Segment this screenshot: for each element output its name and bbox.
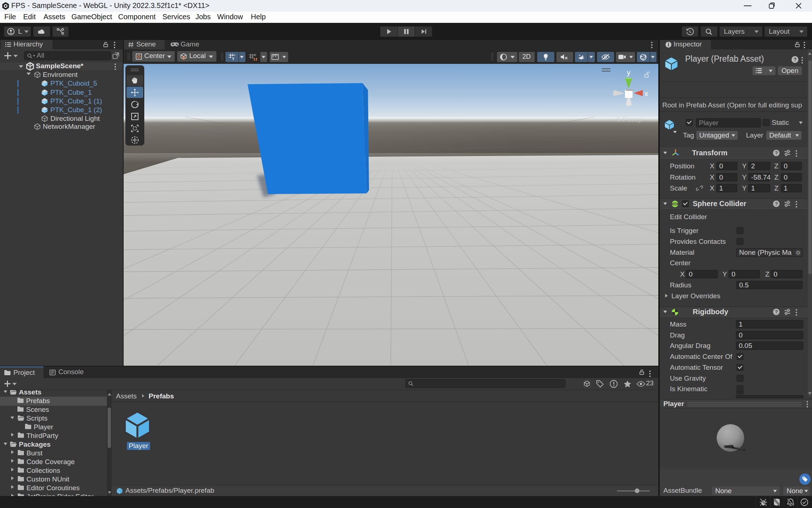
svg-text:Y: Y <box>232 57 235 61</box>
svg-text:?: ? <box>775 201 778 206</box>
svg-text:?: ? <box>794 57 797 62</box>
svg-text:x: x <box>645 90 648 98</box>
svg-text:Persp: Persp <box>622 115 642 123</box>
svg-text:y: y <box>627 69 630 77</box>
svg-text:?: ? <box>775 309 778 315</box>
svg-text:?: ? <box>775 150 778 156</box>
